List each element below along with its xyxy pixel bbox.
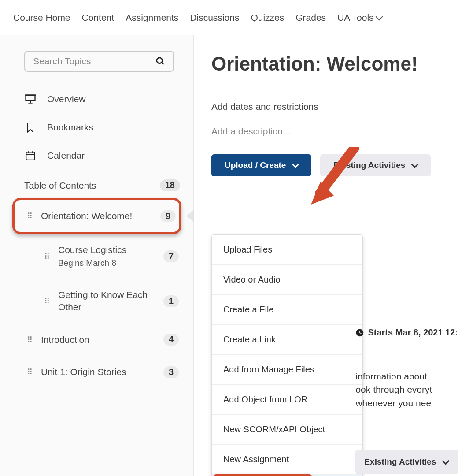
nav-assignments[interactable]: Assignments xyxy=(126,12,178,23)
nav-quizzes[interactable]: Quizzes xyxy=(251,12,284,23)
nav-content[interactable]: Content xyxy=(82,12,114,23)
drag-handle-icon[interactable]: ⠿ xyxy=(27,338,33,341)
page-title[interactable]: Orientation: Welcome! xyxy=(211,53,458,75)
module-label: Getting to Know Each Other xyxy=(58,290,148,312)
bookmark-icon xyxy=(24,121,37,134)
svg-line-1 xyxy=(162,63,164,65)
chevron-down-icon xyxy=(375,13,383,20)
sidebar-calendar-label: Calendar xyxy=(47,150,85,161)
svg-rect-2 xyxy=(26,95,35,101)
module-count-badge: 4 xyxy=(163,334,179,346)
module-label: Course Logistics xyxy=(58,245,126,255)
add-dates-restrictions[interactable]: Add dates and restrictions xyxy=(211,101,458,112)
svg-rect-6 xyxy=(26,152,35,160)
menu-new-assignment[interactable]: New Assignment xyxy=(212,445,362,475)
menu-new-scorm-xapi[interactable]: New SCORM/xAPI Object xyxy=(212,415,362,445)
sidebar-bookmarks[interactable]: Bookmarks xyxy=(24,113,182,141)
nav-ua-tools[interactable]: UA Tools xyxy=(337,12,382,23)
main-content: Orientation: Welcome! Add dates and rest… xyxy=(194,35,458,476)
upload-create-label: Upload / Create xyxy=(225,160,286,170)
module-count-badge: 1 xyxy=(163,295,179,307)
annotation-highlight-orientation: ⠿ Orientation: Welcome! 9 xyxy=(12,198,181,234)
drag-handle-icon[interactable]: ⠿ xyxy=(27,215,33,217)
module-count-badge: 3 xyxy=(163,366,179,378)
sidebar-calendar[interactable]: Calendar xyxy=(24,141,182,170)
module-getting-to-know[interactable]: ⠿ Getting to Know Each Other 1 xyxy=(24,279,182,324)
svg-marker-10 xyxy=(311,182,334,205)
sidebar: Overview Bookmarks Calendar Table of Con… xyxy=(0,35,194,476)
nav-grades[interactable]: Grades xyxy=(295,12,326,23)
search-topics[interactable] xyxy=(24,51,174,72)
sidebar-overview[interactable]: Overview xyxy=(24,85,182,113)
toc-header[interactable]: Table of Contents 18 xyxy=(24,170,182,198)
existing-activities-label: Existing Activities xyxy=(364,456,436,468)
menu-add-from-manage-files[interactable]: Add from Manage Files xyxy=(212,355,362,385)
toc-count-badge: 18 xyxy=(160,179,180,191)
obscured-line: information about xyxy=(355,370,458,383)
toc-label: Table of Contents xyxy=(24,180,96,191)
drag-handle-icon[interactable]: ⠿ xyxy=(44,255,50,258)
module-count-badge: 7 xyxy=(163,250,179,262)
nav-ua-tools-label: UA Tools xyxy=(337,12,374,23)
existing-activities-label: Existing Activities xyxy=(333,160,405,170)
sidebar-bookmarks-label: Bookmarks xyxy=(47,122,93,133)
add-description-placeholder[interactable]: Add a description... xyxy=(211,126,458,137)
upload-create-button[interactable]: Upload / Create xyxy=(211,154,311,176)
calendar-icon xyxy=(24,149,37,162)
chevron-down-icon xyxy=(442,457,450,465)
module-unit-1[interactable]: ⠿ Unit 1: Origin Stories 3 xyxy=(24,356,182,388)
menu-video-or-audio[interactable]: Video or Audio xyxy=(212,265,362,295)
drag-handle-icon[interactable]: ⠿ xyxy=(44,300,50,302)
menu-upload-files[interactable]: Upload Files xyxy=(212,235,362,265)
module-introduction[interactable]: ⠿ Introduction 4 xyxy=(24,324,182,356)
menu-create-a-link[interactable]: Create a Link xyxy=(212,325,362,355)
drag-handle-icon[interactable]: ⠿ xyxy=(27,371,33,373)
obscured-line: whenever you nee xyxy=(355,397,458,410)
chevron-down-icon xyxy=(411,161,419,168)
selected-indicator-caret xyxy=(186,210,194,222)
existing-activities-button[interactable]: Existing Activities xyxy=(320,154,431,176)
top-navigation: Course Home Content Assignments Discussi… xyxy=(0,0,458,35)
nav-course-home[interactable]: Course Home xyxy=(13,12,70,23)
existing-activities-button-2[interactable]: Existing Activities xyxy=(355,450,458,474)
search-input[interactable] xyxy=(33,56,155,67)
module-label: Unit 1: Origin Stories xyxy=(41,367,126,377)
presentation-icon xyxy=(24,93,37,105)
menu-add-object-from-lor[interactable]: Add Object from LOR xyxy=(212,385,362,415)
layout: Overview Bookmarks Calendar Table of Con… xyxy=(0,35,458,476)
module-course-logistics[interactable]: ⠿ Course Logistics Begins March 8 7 xyxy=(24,234,182,279)
module-label: Orientation: Welcome! xyxy=(41,211,132,221)
menu-create-a-file[interactable]: Create a File xyxy=(212,295,362,325)
starts-text: Starts Mar 8, 2021 12: xyxy=(368,326,458,339)
module-count-badge: 9 xyxy=(160,210,176,222)
obscured-content: Starts Mar 8, 2021 12: information about… xyxy=(355,326,458,474)
nav-discussions[interactable]: Discussions xyxy=(190,12,239,23)
module-label: Introduction xyxy=(41,335,89,345)
sidebar-overview-label: Overview xyxy=(47,94,86,104)
module-orientation-welcome[interactable]: ⠿ Orientation: Welcome! 9 xyxy=(24,200,179,232)
obscured-line: ook through everyt xyxy=(355,383,458,396)
search-icon xyxy=(155,56,165,66)
module-action-buttons: Upload / Create Existing Activities xyxy=(211,154,458,176)
svg-point-0 xyxy=(157,58,163,63)
clock-icon xyxy=(355,328,364,337)
module-sublabel: Begins March 8 xyxy=(58,258,116,268)
chevron-down-icon xyxy=(292,161,299,168)
upload-create-menu: Upload Files Video or Audio Create a Fil… xyxy=(211,234,363,476)
